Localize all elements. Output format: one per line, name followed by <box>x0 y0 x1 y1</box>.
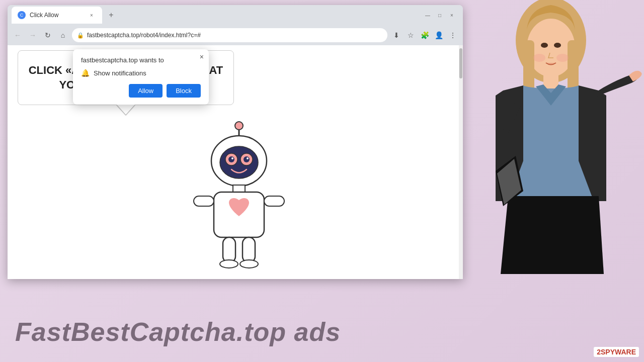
svg-point-23 <box>541 43 548 48</box>
lock-icon: 🔒 <box>77 32 84 39</box>
block-button[interactable]: Block <box>167 84 201 98</box>
window-controls: — □ × <box>425 12 459 18</box>
svg-point-9 <box>247 157 249 159</box>
browser-tab[interactable]: C Click Allow × <box>12 7 102 24</box>
popup-permission-text: Show notifications <box>94 69 146 77</box>
svg-point-8 <box>231 157 233 159</box>
svg-rect-10 <box>233 185 245 192</box>
bookmark-icon[interactable]: ☆ <box>405 29 417 41</box>
tab-favicon: C <box>18 11 26 19</box>
popup-close-button[interactable]: × <box>200 53 204 60</box>
title-bar: C Click Allow × + — □ × <box>8 5 463 25</box>
robot-illustration <box>184 118 294 279</box>
allow-button[interactable]: Allow <box>129 84 163 98</box>
close-button[interactable]: × <box>449 12 455 18</box>
popup-site-text: fastbestcaptcha.top wants to <box>81 56 201 64</box>
svg-rect-13 <box>264 196 284 206</box>
popup-permission-row: 🔔 Show notifications <box>81 69 201 77</box>
svg-point-1 <box>235 122 243 130</box>
menu-icon[interactable]: ⋮ <box>447 29 459 41</box>
maximize-button[interactable]: □ <box>437 12 443 18</box>
svg-point-17 <box>240 260 258 268</box>
home-button[interactable]: ⌂ <box>57 29 69 41</box>
svg-point-3 <box>220 146 258 178</box>
notification-popup: × fastbestcaptcha.top wants to 🔔 Show no… <box>73 49 209 105</box>
svg-rect-12 <box>194 196 214 206</box>
address-bar[interactable]: 🔒 fastbestcaptcha.top/robot4/index.html?… <box>72 28 387 42</box>
minimize-button[interactable]: — <box>425 12 431 18</box>
svg-point-16 <box>220 260 238 268</box>
forward-button[interactable]: → <box>27 29 39 41</box>
svg-point-6 <box>228 156 234 162</box>
account-icon[interactable]: 👤 <box>433 29 445 41</box>
tab-title: Click Allow <box>30 12 83 19</box>
svg-point-26 <box>556 54 569 62</box>
refresh-button[interactable]: ↻ <box>42 29 54 41</box>
bottom-label: FastBestCaptcha.top ads <box>15 317 341 347</box>
svg-rect-15 <box>243 237 255 262</box>
url-text: fastbestcaptcha.top/robot4/index.html?c=… <box>87 32 382 39</box>
svg-point-7 <box>244 156 250 162</box>
update-icon[interactable]: ⬇ <box>390 29 403 41</box>
svg-rect-14 <box>223 237 235 262</box>
woman-figure <box>458 0 644 274</box>
svg-point-25 <box>533 54 545 62</box>
back-button[interactable]: ← <box>12 29 24 41</box>
extensions-icon[interactable]: 🧩 <box>419 29 431 41</box>
address-bar-row: ← → ↻ ⌂ 🔒 fastbestcaptcha.top/robot4/ind… <box>8 25 463 45</box>
tab-close-button[interactable]: × <box>87 11 96 20</box>
browser-window: C Click Allow × + — □ × ← → ↻ ⌂ 🔒 fastbe… <box>8 5 463 279</box>
bell-icon: 🔔 <box>81 69 90 77</box>
toolbar-icons: ⬇ ☆ 🧩 👤 ⋮ <box>390 29 459 41</box>
popup-buttons: Allow Block <box>81 84 201 98</box>
spyware-logo: 2SPYWARE <box>594 347 639 357</box>
new-tab-button[interactable]: + <box>104 8 118 22</box>
svg-point-24 <box>554 43 561 48</box>
